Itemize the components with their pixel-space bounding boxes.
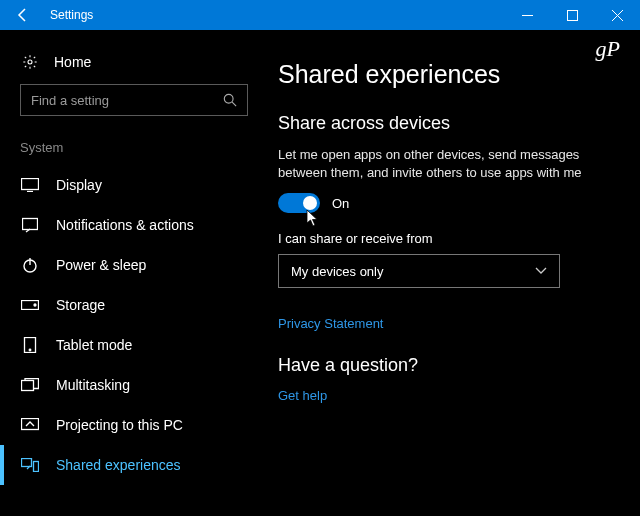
share-from-label: I can share or receive from bbox=[278, 231, 620, 246]
svg-rect-13 bbox=[34, 462, 39, 472]
projecting-icon bbox=[20, 418, 40, 432]
svg-rect-11 bbox=[22, 419, 39, 430]
svg-point-1 bbox=[28, 60, 32, 64]
help-link[interactable]: Get help bbox=[278, 388, 620, 403]
search-icon bbox=[223, 93, 237, 107]
sidebar-item-multitasking[interactable]: Multitasking bbox=[0, 365, 268, 405]
back-button[interactable] bbox=[0, 0, 46, 30]
home-button[interactable]: Home bbox=[0, 48, 268, 84]
toggle-state-label: On bbox=[332, 196, 349, 211]
minimize-button[interactable] bbox=[505, 0, 550, 30]
privacy-link[interactable]: Privacy Statement bbox=[278, 316, 620, 331]
main-panel: Shared experiences Share across devices … bbox=[268, 30, 640, 516]
sidebar-item-label: Projecting to this PC bbox=[56, 417, 183, 433]
section-heading: Share across devices bbox=[278, 113, 620, 134]
page-heading: Shared experiences bbox=[278, 60, 620, 89]
display-icon bbox=[20, 178, 40, 192]
question-heading: Have a question? bbox=[278, 355, 620, 376]
sidebar-item-tablet[interactable]: Tablet mode bbox=[0, 325, 268, 365]
window-title: Settings bbox=[46, 8, 505, 22]
sidebar-item-notifications[interactable]: Notifications & actions bbox=[0, 205, 268, 245]
svg-rect-3 bbox=[22, 179, 39, 190]
search-box[interactable] bbox=[20, 84, 248, 116]
maximize-button[interactable] bbox=[550, 0, 595, 30]
toggle-knob bbox=[303, 196, 317, 210]
search-input[interactable] bbox=[31, 93, 223, 108]
chevron-down-icon bbox=[535, 267, 547, 275]
titlebar: Settings bbox=[0, 0, 640, 30]
sidebar-item-projecting[interactable]: Projecting to this PC bbox=[0, 405, 268, 445]
close-button[interactable] bbox=[595, 0, 640, 30]
sidebar-item-power[interactable]: Power & sleep bbox=[0, 245, 268, 285]
sidebar-item-label: Power & sleep bbox=[56, 257, 146, 273]
sidebar-item-label: Storage bbox=[56, 297, 105, 313]
svg-point-2 bbox=[224, 94, 233, 103]
svg-point-7 bbox=[34, 304, 36, 306]
sidebar: Home System Display Notifications & acti… bbox=[0, 30, 268, 516]
select-value: My devices only bbox=[291, 264, 383, 279]
power-icon bbox=[20, 257, 40, 273]
storage-icon bbox=[20, 300, 40, 310]
home-label: Home bbox=[54, 54, 91, 70]
svg-rect-12 bbox=[22, 459, 32, 467]
cursor-icon bbox=[306, 209, 320, 227]
multitasking-icon bbox=[20, 378, 40, 392]
tablet-icon bbox=[20, 337, 40, 353]
svg-rect-4 bbox=[23, 219, 38, 230]
svg-rect-10 bbox=[22, 381, 34, 391]
sidebar-item-label: Display bbox=[56, 177, 102, 193]
notifications-icon bbox=[20, 217, 40, 233]
sidebar-item-storage[interactable]: Storage bbox=[0, 285, 268, 325]
sidebar-item-display[interactable]: Display bbox=[0, 165, 268, 205]
section-description: Let me open apps on other devices, send … bbox=[278, 146, 608, 181]
gear-icon bbox=[20, 54, 40, 70]
share-from-select[interactable]: My devices only bbox=[278, 254, 560, 288]
shared-icon bbox=[20, 458, 40, 472]
svg-point-9 bbox=[29, 349, 31, 351]
svg-rect-0 bbox=[568, 10, 578, 20]
sidebar-item-shared-experiences[interactable]: Shared experiences bbox=[0, 445, 268, 485]
sidebar-item-label: Shared experiences bbox=[56, 457, 181, 473]
group-label: System bbox=[0, 134, 268, 165]
sidebar-item-label: Multitasking bbox=[56, 377, 130, 393]
sidebar-item-label: Notifications & actions bbox=[56, 217, 194, 233]
sidebar-item-label: Tablet mode bbox=[56, 337, 132, 353]
